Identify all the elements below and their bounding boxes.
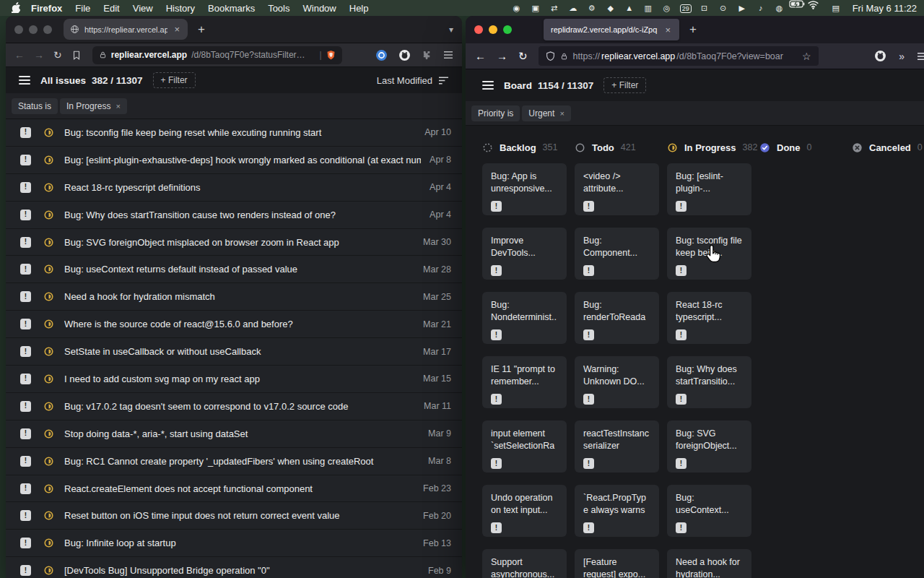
volume-icon[interactable]: ♪ <box>751 0 770 17</box>
forward-button[interactable]: → <box>497 50 507 62</box>
browser-menu-icon[interactable] <box>917 52 924 61</box>
board-card[interactable]: React 18-rc typescript...! <box>667 292 751 344</box>
issue-row[interactable]: !Bug: SVG foreignObject misplaced on bro… <box>6 229 462 256</box>
docker-icon[interactable]: ⚙ <box>583 0 601 17</box>
close-window-button[interactable] <box>14 25 23 34</box>
add-filter-button[interactable]: + Filter <box>603 77 646 93</box>
board-card[interactable]: Bug: renderToReadab! <box>575 292 659 344</box>
filter-chip-urgent[interactable]: Urgent× <box>522 105 570 121</box>
board-card[interactable]: Need a hook for hydration...! <box>667 549 751 578</box>
address-bar[interactable]: repliear.vercel.app /d/8bTaoq7F0e?status… <box>92 46 342 64</box>
menu-file[interactable]: File <box>69 3 97 14</box>
record-icon[interactable]: ◉ <box>507 0 526 17</box>
play-circle-icon[interactable]: ▶ <box>733 0 751 17</box>
layout-icon[interactable]: ▥ <box>639 0 658 17</box>
zoom-window-button[interactable] <box>503 25 512 34</box>
onepassword-extension-icon[interactable] <box>375 49 388 61</box>
extensions-puzzle-icon[interactable] <box>422 50 432 61</box>
battery-icon[interactable] <box>789 0 808 17</box>
bookmark-star-icon[interactable]: ☆ <box>802 51 811 62</box>
browser-menu-icon[interactable] <box>443 51 453 59</box>
menu-bookmarks[interactable]: Bookmarks <box>201 3 261 14</box>
add-filter-button[interactable]: + Filter <box>153 72 196 88</box>
menu-bar-clock[interactable]: Fri May 6 11:22 <box>853 3 917 14</box>
sort-control[interactable]: Last Modified <box>377 75 449 86</box>
back-button[interactable]: ← <box>14 49 25 61</box>
board-card[interactable]: `React.PropType always warns ab! <box>575 485 659 537</box>
menu-edit[interactable]: Edit <box>97 3 126 14</box>
menu-history[interactable]: History <box>160 3 201 14</box>
board-card[interactable]: reactTestInstanc serializer! <box>575 420 659 473</box>
board-card[interactable]: Bug: Why does startTransitio...! <box>667 356 751 408</box>
issue-row[interactable]: !Reset button on iOS time input does not… <box>6 502 462 530</box>
apple-icon[interactable] <box>7 2 25 14</box>
brave-shield-icon[interactable] <box>326 50 336 61</box>
issue-row[interactable]: !I need to add custom svg map on my reac… <box>6 366 462 393</box>
minimize-window-button[interactable] <box>489 25 497 34</box>
filter-chip-priority-is[interactable]: Priority is <box>471 105 520 121</box>
triangle-app-icon[interactable]: ▲ <box>620 0 639 17</box>
calendar-icon[interactable]: 29 <box>676 0 695 17</box>
issue-row[interactable]: !Bug: RC1 Cannot create property '_updat… <box>6 448 462 475</box>
issue-row[interactable]: !Bug: useContext returns default instead… <box>6 256 462 283</box>
notification-icon[interactable]: ◍ <box>770 0 789 17</box>
issue-row[interactable]: !SetState in useCallback or without useC… <box>6 338 462 366</box>
issue-row[interactable]: !React 18-rc typescript definitionsApr 4 <box>6 174 462 202</box>
menu-firefox[interactable]: Firefox <box>25 3 69 14</box>
address-bar[interactable]: https:// repliear.vercel.app /d/8bTaoq7F… <box>539 46 819 66</box>
board-card[interactable]: Bug: [eslint-plugin-...! <box>667 163 751 215</box>
power-icon[interactable]: ⊙ <box>714 0 733 17</box>
github-extension-icon[interactable] <box>398 49 411 61</box>
issue-row[interactable]: !Bug: v17.0.2 tag doesn't seem to corres… <box>6 393 462 420</box>
issue-row[interactable]: !Bug: Why does startTransition cause two… <box>6 202 462 229</box>
board-card[interactable]: Bug: Component...! <box>575 228 659 280</box>
bookmark-icon[interactable] <box>71 50 82 61</box>
upload-icon[interactable]: ⊡ <box>695 0 714 17</box>
zoom-window-button[interactable] <box>43 25 52 34</box>
tracking-shield-icon[interactable] <box>546 51 555 61</box>
minimize-window-button[interactable] <box>29 25 38 34</box>
new-tab-button[interactable]: + <box>689 22 697 37</box>
reload-button[interactable]: ↻ <box>518 50 528 63</box>
sidebar-menu-icon[interactable] <box>19 76 30 85</box>
issue-row[interactable]: !Stop doing data-*, aria-*, start using … <box>6 420 462 448</box>
close-window-button[interactable] <box>474 25 483 34</box>
github-account-icon[interactable] <box>874 50 886 62</box>
tab-list-chevron-icon[interactable]: ▾ <box>449 25 453 35</box>
menu-view[interactable]: View <box>126 3 160 14</box>
tab-close-icon[interactable]: × <box>173 24 181 35</box>
issue-row[interactable]: !Bug: [eslint-plugin-exhaustive-deps] ho… <box>6 147 462 174</box>
sync-icon[interactable]: ⇄ <box>545 0 564 17</box>
reload-button[interactable]: ↻ <box>53 49 62 61</box>
board-card[interactable]: Bug: Nondeterminist...! <box>482 292 567 344</box>
back-button[interactable]: ← <box>475 50 486 62</box>
board-card[interactable]: Improve DevTools...! <box>482 228 567 280</box>
filter-chip-status-is[interactable]: Status is <box>12 98 58 114</box>
board-card[interactable]: [Feature request] expo...! <box>575 549 659 578</box>
forward-button[interactable]: → <box>34 49 44 61</box>
cloud-icon[interactable]: ☁ <box>564 0 583 17</box>
browser-tab[interactable]: https://repliear.vercel.app/d/8b × <box>64 19 188 40</box>
issue-row[interactable]: !Bug: Infinite loop at startupFeb 13 <box>6 530 462 557</box>
issue-row[interactable]: !Bug: tsconfig file keep being reset whi… <box>6 119 462 147</box>
chip-close-icon[interactable]: × <box>116 102 120 111</box>
board-card[interactable]: IE 11 "prompt to remember...! <box>482 356 567 408</box>
board-card[interactable]: Bug: SVG foreignObject...! <box>667 420 751 473</box>
board-card[interactable]: <video /> attribute...! <box>575 163 659 215</box>
stack-icon[interactable]: ▤ <box>827 0 845 17</box>
board-card[interactable]: Bug: App is unresponsive...! <box>482 163 567 215</box>
menu-help[interactable]: Help <box>343 3 375 14</box>
overflow-chevrons-icon[interactable]: » <box>899 51 905 62</box>
dropbox-icon[interactable]: ◆ <box>601 0 620 17</box>
browser-tab[interactable]: replidraw2.vercel.app/d/c-iZpq × <box>544 19 679 40</box>
onepassword-icon[interactable]: ◎ <box>658 0 676 17</box>
camera-icon[interactable]: ▣ <box>526 0 545 17</box>
wifi-icon[interactable] <box>808 0 827 17</box>
new-tab-button[interactable]: + <box>198 22 205 37</box>
board-card[interactable]: Support asynchronous...! <box>482 549 567 578</box>
tab-close-icon[interactable]: × <box>663 25 672 35</box>
menu-window[interactable]: Window <box>297 3 343 14</box>
chip-close-icon[interactable]: × <box>559 109 564 118</box>
board-card[interactable]: Undo operation on text input...! <box>482 485 567 537</box>
filter-chip-in-progress[interactable]: In Progress× <box>60 98 127 114</box>
